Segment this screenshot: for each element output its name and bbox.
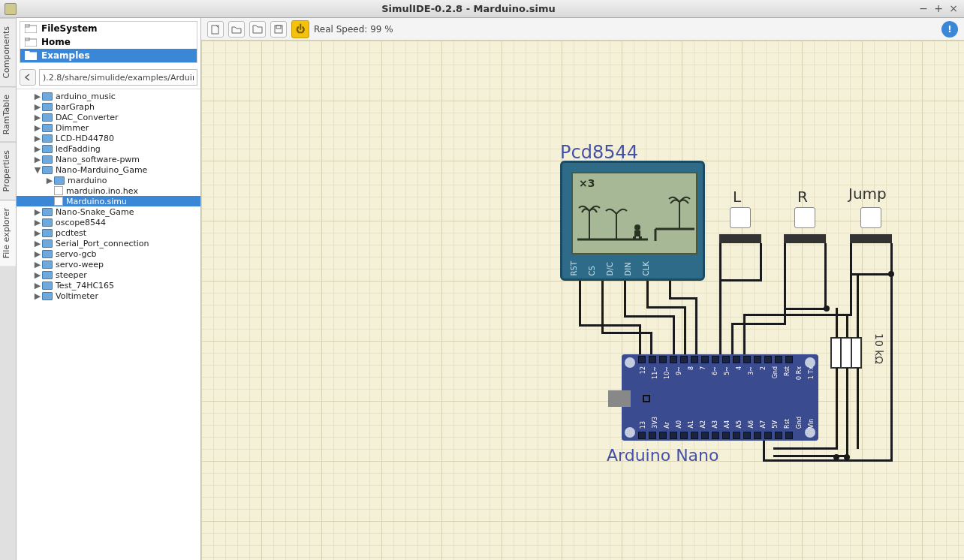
pin-8[interactable] — [680, 356, 688, 363]
button-jump[interactable] — [860, 207, 881, 228]
expand-icon[interactable]: ▶ — [33, 218, 42, 227]
pin-A3[interactable] — [701, 432, 709, 439]
pin-A5[interactable] — [722, 432, 730, 439]
new-file-button[interactable] — [207, 21, 224, 38]
save-file-button[interactable] — [249, 21, 266, 38]
svg-point-16 — [634, 224, 640, 230]
tree-item-marduino[interactable]: ▶marduino — [17, 175, 200, 185]
button-l-body — [719, 234, 761, 243]
expand-icon[interactable]: ▶ — [33, 249, 42, 259]
expand-icon[interactable]: ▶ — [33, 239, 42, 248]
tab-ramtable[interactable]: RamTable — [0, 86, 16, 142]
tree-item-label: ledFadding — [56, 144, 101, 154]
expand-icon[interactable]: ▶ — [33, 155, 42, 164]
close-button[interactable]: × — [947, 3, 959, 15]
tree-item-dac-converter[interactable]: ▶DAC_Converter — [17, 112, 200, 122]
pin-A0[interactable] — [670, 432, 677, 439]
expand-icon[interactable]: ▶ — [45, 176, 54, 185]
expand-icon[interactable]: ▶ — [33, 291, 42, 301]
expand-icon[interactable]: ▶ — [33, 134, 42, 143]
tab-file-explorer[interactable]: File explorer — [0, 200, 16, 266]
tree-item-marduino-simu[interactable]: Marduino.simu — [17, 196, 200, 206]
expand-icon[interactable]: ▶ — [33, 123, 42, 133]
location-home[interactable]: Home — [20, 35, 197, 49]
tree-item-servo-weep[interactable]: ▶servo-weep — [17, 259, 200, 269]
pin-5~[interactable] — [712, 356, 719, 363]
button-l[interactable] — [730, 207, 751, 228]
pin-Gnd[interactable] — [775, 432, 782, 439]
minimize-button[interactable]: − — [917, 3, 929, 15]
tree-item-nano-marduino-game[interactable]: ▼Nano-Marduino_Game — [17, 164, 200, 175]
save-icon — [273, 24, 284, 35]
pin-Rst[interactable] — [764, 356, 772, 363]
pin-Vin[interactable] — [785, 432, 793, 439]
expand-icon[interactable]: ▶ — [33, 102, 42, 112]
tree-item-lcd-hd44780[interactable]: ▶LCD-HD44780 — [17, 133, 200, 143]
pin-A6[interactable] — [733, 432, 740, 439]
tab-properties[interactable]: Properties — [0, 142, 16, 200]
folder-icon — [42, 124, 53, 132]
pin-A7[interactable] — [743, 432, 751, 439]
maximize-button[interactable]: + — [932, 3, 944, 15]
tree-item-dimmer[interactable]: ▶Dimmer — [17, 122, 200, 133]
pin-4[interactable] — [722, 356, 730, 363]
location-filesystem[interactable]: FileSystem — [20, 22, 197, 35]
pin-5V[interactable] — [754, 432, 761, 439]
tab-components[interactable]: Components — [0, 18, 16, 86]
tree-item-arduino-music[interactable]: ▶arduino_music — [17, 91, 200, 101]
pin-1 Tx[interactable] — [785, 356, 793, 363]
save-as-button[interactable] — [270, 21, 287, 38]
pin-13[interactable] — [638, 432, 646, 439]
tree-item-oscope8544[interactable]: ▶oscope8544 — [17, 217, 200, 227]
pin-Rst[interactable] — [764, 432, 772, 439]
expand-icon[interactable]: ▶ — [33, 113, 42, 122]
back-button[interactable] — [20, 69, 36, 86]
expand-icon[interactable]: ▶ — [33, 207, 42, 217]
tree-item-serial-port-connection[interactable]: ▶Serial_Port_connection — [17, 238, 200, 248]
run-simulation-button[interactable]: ⏻ — [291, 20, 309, 38]
circuit-canvas[interactable]: Pcd8544 ×3 — [201, 41, 964, 560]
button-jump-label: Jump — [848, 185, 887, 203]
tree-item-nano-software-pwm[interactable]: ▶Nano_software-pwm — [17, 154, 200, 164]
expand-icon[interactable]: ▶ — [33, 270, 42, 280]
expand-icon[interactable]: ▶ — [33, 92, 42, 101]
pin-Ar[interactable] — [659, 432, 667, 439]
location-examples[interactable]: Examples — [20, 49, 197, 62]
file-tree[interactable]: ▶arduino_music▶barGraph▶DAC_Converter▶Di… — [17, 89, 200, 560]
pin-A2[interactable] — [691, 432, 698, 439]
pin-9~[interactable] — [670, 356, 677, 363]
expand-icon[interactable]: ▼ — [33, 165, 42, 175]
arduino-nano[interactable]: 1211~10~9~876~5~43~2GndRst0 Rx1 Tx 133V3… — [622, 354, 818, 441]
pin-11~[interactable] — [649, 356, 656, 363]
path-input[interactable] — [39, 69, 197, 86]
pin-3~[interactable] — [733, 356, 740, 363]
tree-item-pcdtest[interactable]: ▶pcdtest — [17, 227, 200, 238]
expand-icon[interactable]: ▶ — [33, 228, 42, 238]
expand-icon[interactable]: ▶ — [33, 281, 42, 291]
tree-item-servo-gcb[interactable]: ▶servo-gcb — [17, 248, 200, 259]
pin-0 Rx[interactable] — [775, 356, 782, 363]
pin-3V3[interactable] — [649, 432, 656, 439]
pin-7[interactable] — [691, 356, 698, 363]
pin-6~[interactable] — [701, 356, 709, 363]
tree-item-bargraph[interactable]: ▶barGraph — [17, 101, 200, 112]
resistor-pack[interactable] — [830, 337, 862, 369]
expand-icon[interactable]: ▶ — [33, 260, 42, 269]
open-file-button[interactable] — [228, 21, 245, 38]
tree-item-voltimeter[interactable]: ▶Voltimeter — [17, 291, 200, 301]
pin-A4[interactable] — [712, 432, 719, 439]
tree-item-test-74hc165[interactable]: ▶Test_74HC165 — [17, 280, 200, 291]
tree-item-steeper[interactable]: ▶steeper — [17, 269, 200, 280]
tree-item-nano-snake-game[interactable]: ▶Nano-Snake_Game — [17, 206, 200, 217]
info-button[interactable]: ! — [941, 21, 958, 38]
lcd-module[interactable]: ×3 RSTCSD/CDINCLK — [560, 161, 705, 281]
expand-icon[interactable]: ▶ — [33, 144, 42, 154]
tree-item-marduino-ino-hex[interactable]: marduino.ino.hex — [17, 185, 200, 196]
pin-A1[interactable] — [680, 432, 688, 439]
button-r[interactable] — [794, 207, 815, 228]
tree-item-ledfadding[interactable]: ▶ledFadding — [17, 143, 200, 154]
pin-Gnd[interactable] — [754, 356, 761, 363]
pin-12[interactable] — [638, 356, 646, 363]
pin-10~[interactable] — [659, 356, 667, 363]
pin-2[interactable] — [743, 356, 751, 363]
